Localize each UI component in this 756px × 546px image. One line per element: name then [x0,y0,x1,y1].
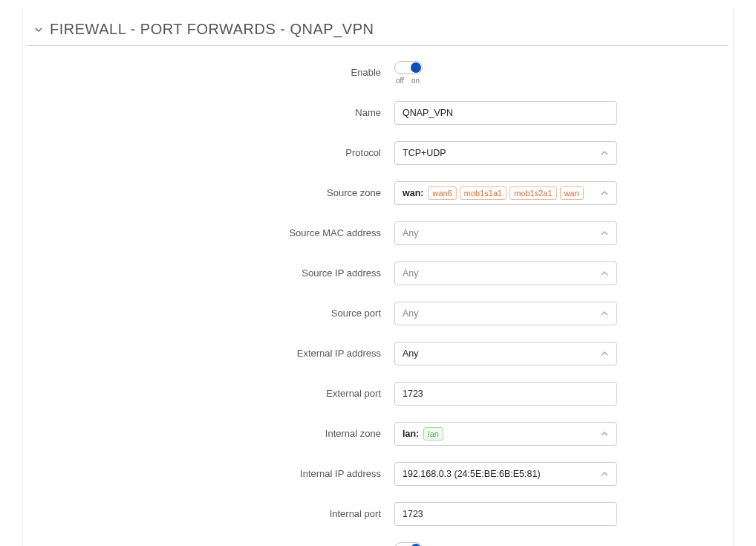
internal-port-input[interactable] [394,502,617,526]
chevron-up-icon [600,309,609,318]
page-title: FIREWALL - PORT FORWARDS - QNAP_VPN [50,21,374,38]
protocol-select[interactable]: TCP+UDP [394,141,617,165]
source-zone-label: Source zone [38,181,394,198]
toggle-on-text: on [411,77,420,85]
chevron-up-icon [600,189,609,198]
toggle-off-text: off [396,77,404,85]
source-zone-value: wan: wan6 mob1s1a1 mob1s2a1 wan [403,186,600,200]
internal-zone-label: Internal zone [38,422,394,439]
chevron-up-icon [600,149,609,157]
zone-tag: mob1s1a1 [460,186,506,200]
external-ip-label: External IP address [38,342,394,359]
panel-header[interactable]: FIREWALL - PORT FORWARDS - QNAP_VPN [27,7,729,46]
nat-loopback-toggle[interactable] [394,542,423,546]
chevron-up-icon [600,269,609,278]
internal-ip-label: Internal IP address [38,462,394,479]
chevron-up-icon [600,229,609,238]
chevron-up-icon [600,349,609,358]
protocol-label: Protocol [38,141,394,158]
chevron-down-icon [33,25,44,35]
name-input[interactable] [394,101,617,125]
form: Enable off on Name Protocol TCP+UDP [23,61,733,546]
zone-tag: wan6 [428,186,456,200]
external-ip-value: Any [403,348,600,359]
internal-port-label: Internal port [38,502,394,519]
source-ip-value: Any [403,268,600,279]
toggle-caption: off on [394,77,420,85]
internal-ip-value: 192.168.0.3 (24:5E:BE:6B:E5:81) [403,469,600,479]
chevron-up-icon [600,469,609,478]
source-ip-label: Source IP address [38,261,394,279]
source-zone-name: wan: [403,188,423,198]
source-zone-select[interactable]: wan: wan6 mob1s1a1 mob1s2a1 wan [394,181,617,205]
external-port-input[interactable] [394,382,617,406]
source-ip-select[interactable]: Any [394,261,617,285]
enable-label: Enable [38,61,394,78]
chevron-up-icon [600,429,609,438]
nat-loopback-label: Enable NAT Loopback [38,542,394,546]
source-port-value: Any [403,308,600,319]
zone-tag: wan [560,186,584,200]
internal-zone-select[interactable]: lan: lan [394,422,617,446]
panel: FIREWALL - PORT FORWARDS - QNAP_VPN Enab… [22,7,734,546]
enable-toggle[interactable] [394,61,423,74]
protocol-value: TCP+UDP [403,148,600,158]
zone-tag: mob1s2a1 [509,186,556,200]
source-mac-select[interactable]: Any [394,221,617,245]
internal-zone-name: lan: [403,429,419,439]
source-mac-value: Any [403,228,600,238]
internal-zone-value: lan: lan [403,427,600,441]
name-label: Name [38,101,394,118]
internal-ip-select[interactable]: 192.168.0.3 (24:5E:BE:6B:E5:81) [394,462,617,486]
external-port-label: External port [38,382,394,399]
external-ip-select[interactable]: Any [394,342,617,365]
source-port-select[interactable]: Any [394,302,617,325]
source-port-label: Source port [38,302,394,319]
source-mac-label: Source MAC address [38,221,394,238]
zone-tag: lan [423,427,443,441]
